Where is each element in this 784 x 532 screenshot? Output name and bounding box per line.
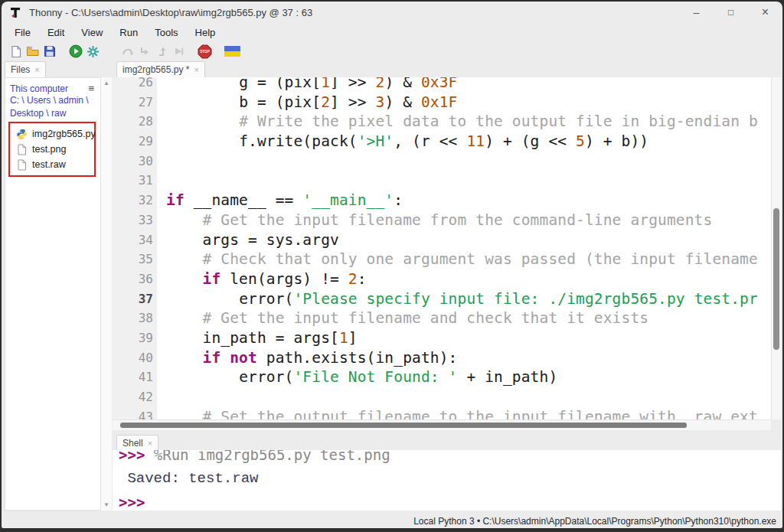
python-file-icon: [16, 129, 28, 140]
code-line[interactable]: 33 # Get the input filename from the com…: [113, 211, 771, 230]
support-ukraine-button[interactable]: [222, 43, 242, 60]
shell-lines: >>> %Run img2rgb565.py test.png Saved: t…: [119, 450, 781, 511]
files-root-link[interactable]: This computer: [10, 83, 68, 94]
code-line[interactable]: 28 # Write the pixel data to the output …: [113, 112, 771, 132]
code-line[interactable]: 29 f.write(pack('>H', (r << 11) + (g << …: [113, 132, 771, 152]
shell-panel: Shell × >>> %Run img2rgb565.py test.png …: [113, 435, 781, 511]
code-line[interactable]: 32if __name__ == '__main__':: [113, 191, 771, 211]
hamburger-menu-icon[interactable]: ≡: [88, 85, 94, 93]
menu-item-file[interactable]: File: [6, 24, 39, 41]
code-text: # Write the pixel data to the output fil…: [157, 112, 758, 132]
code-text: # Set the output filename to the input f…: [157, 407, 758, 419]
code-text: args = sys.argv: [157, 230, 339, 250]
code-line[interactable]: 31: [113, 171, 771, 191]
toolbar: STOP: [2, 41, 782, 61]
menu-bar: FileEditViewRunToolsHelp: [2, 23, 782, 41]
code-text: [157, 387, 166, 407]
file-row[interactable]: img2rgb565.py: [11, 126, 93, 142]
shell-output: Saved: test.raw: [119, 470, 258, 487]
vertical-scroll-thumb[interactable]: [773, 208, 779, 350]
step-over-button: [119, 43, 136, 60]
tab-editor-close-icon[interactable]: ×: [194, 66, 198, 73]
shell-command: %Run img2rgb565.py test.png: [154, 450, 390, 463]
code-line[interactable]: 42: [113, 387, 771, 407]
open-file-button[interactable]: [24, 43, 41, 60]
line-number: 38: [113, 308, 157, 328]
code-text: [157, 152, 166, 171]
tab-files[interactable]: Files ×: [5, 61, 46, 77]
menu-item-view[interactable]: View: [73, 24, 111, 41]
files-scrollbar[interactable]: ▲ ▼: [101, 77, 112, 511]
shell-content[interactable]: >>> %Run img2rgb565.py test.png Saved: t…: [113, 450, 781, 511]
code-line[interactable]: 39 in_path = args[1]: [113, 328, 771, 348]
file-list: img2rgb565.pytest.pngtest.raw: [11, 126, 93, 172]
annotation-highlight-box: img2rgb565.pytest.pngtest.raw: [8, 122, 96, 177]
title-bar[interactable]: Thonny - C:\Users\admin\Desktop\raw\img2…: [2, 2, 782, 23]
tab-editor-img2rgb565[interactable]: img2rgb565.py * ×: [116, 61, 205, 77]
menu-item-help[interactable]: Help: [187, 24, 224, 41]
code-line[interactable]: 35 # Check that only one argument was pa…: [113, 250, 771, 269]
step-out-button: [153, 43, 170, 60]
run-icon: [69, 44, 83, 58]
status-bar: Local Python 3 • C:\Users\admin\AppData\…: [2, 514, 782, 528]
code-line[interactable]: 40 if not path.exists(in_path):: [113, 348, 771, 368]
code-text: # Get the input filename and check that …: [157, 308, 648, 328]
code-line[interactable]: 38 # Get the input filename and check th…: [113, 308, 771, 328]
files-path-line-2[interactable]: Desktop \ raw: [10, 107, 97, 120]
file-row[interactable]: test.raw: [11, 157, 93, 172]
line-number: 26: [113, 77, 157, 93]
maximize-button[interactable]: □: [714, 2, 748, 23]
code-text: error('File Not Found: ' + in_path): [157, 367, 557, 387]
new-file-button[interactable]: [8, 43, 24, 60]
code-line[interactable]: 26 g = (pix[1] >> 2) & 0x3F: [113, 77, 771, 93]
code-line[interactable]: 36 if len(args) != 2:: [113, 269, 771, 289]
thonny-logo-icon: [9, 6, 22, 19]
shell-prompt: >>>: [119, 494, 145, 511]
step-into-icon: [139, 46, 150, 57]
code-line[interactable]: 27 b = (pix[2] >> 3) & 0x1F: [113, 93, 771, 113]
stop-restart-button[interactable]: STOP: [196, 43, 213, 60]
scroll-up-icon[interactable]: ▲: [103, 80, 109, 86]
menu-item-edit[interactable]: Edit: [39, 24, 73, 41]
code-lines: 26 g = (pix[1] >> 2) & 0x3F27 b = (pix[2…: [113, 77, 771, 419]
line-number: 28: [113, 112, 157, 132]
code-line[interactable]: 37 error('Please specify input file: ./i…: [113, 289, 771, 309]
tab-shell-label: Shell: [122, 438, 143, 449]
stop-label: STOP: [200, 50, 209, 54]
line-number: 39: [113, 328, 157, 348]
run-script-button[interactable]: [67, 43, 84, 60]
close-button[interactable]: ×: [748, 2, 782, 23]
code-line[interactable]: 34 args = sys.argv: [113, 230, 771, 250]
line-number: 29: [113, 132, 157, 152]
file-name: img2rgb565.py: [32, 129, 96, 139]
code-text: [157, 171, 166, 191]
save-file-button[interactable]: [41, 43, 58, 60]
code-editor[interactable]: 26 g = (pix[1] >> 2) & 0x3F27 b = (pix[2…: [113, 77, 771, 419]
horizontal-scroll-thumb[interactable]: [120, 423, 687, 428]
files-panel: Files × This computer ≡ C: \ Users \ adm…: [3, 61, 113, 511]
code-line[interactable]: 43 # Set the output filename to the inpu…: [113, 407, 771, 419]
file-icon: [16, 144, 28, 155]
tab-shell-close-icon[interactable]: ×: [148, 439, 152, 447]
menu-item-run[interactable]: Run: [111, 24, 146, 41]
menu-item-tools[interactable]: Tools: [146, 24, 186, 41]
interpreter-status[interactable]: Local Python 3 • C:\Users\admin\AppData\…: [413, 516, 776, 527]
line-number: 27: [113, 93, 157, 113]
tab-shell[interactable]: Shell ×: [116, 435, 158, 451]
shell-prompt: >>>: [119, 450, 154, 463]
debug-script-button[interactable]: [84, 43, 101, 60]
line-number: 32: [113, 191, 157, 211]
file-row[interactable]: test.png: [11, 142, 93, 157]
scroll-down-icon[interactable]: ▼: [103, 501, 109, 508]
stop-icon: STOP: [198, 44, 212, 59]
files-path-line-1[interactable]: C: \ Users \ admin \: [10, 94, 97, 107]
tab-files-close-icon[interactable]: ×: [34, 66, 39, 73]
editor-vertical-scrollbar[interactable]: [771, 77, 781, 419]
editor-horizontal-scrollbar[interactable]: [113, 419, 771, 430]
code-text: # Get the input filename from the comman…: [157, 211, 712, 230]
code-line[interactable]: 41 error('File Not Found: ' + in_path): [113, 367, 771, 387]
minimize-button[interactable]: –: [679, 2, 714, 23]
code-line[interactable]: 30: [113, 152, 771, 171]
file-name: test.raw: [32, 159, 66, 170]
line-number: 35: [113, 250, 157, 269]
